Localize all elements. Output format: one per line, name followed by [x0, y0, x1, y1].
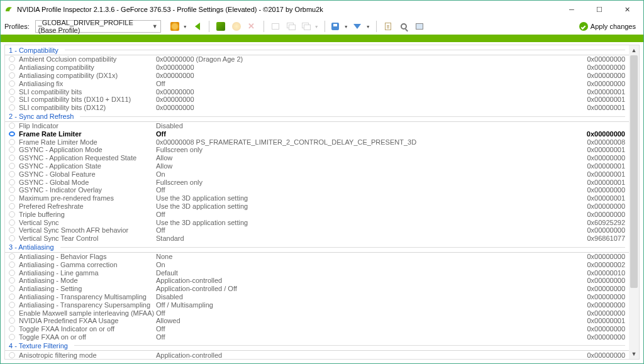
restore-default-button[interactable] — [230, 19, 243, 33]
setting-row[interactable]: Antialiasing - Behavior FlagsNone0x00000… — [5, 253, 629, 261]
setting-value: Off / Multisampling — [156, 301, 575, 309]
setting-hex: 0x00000001 — [575, 317, 625, 324]
scan-button[interactable] — [413, 19, 426, 33]
setting-row[interactable]: Vertical SyncUse the 3D application sett… — [5, 218, 629, 226]
window-close-button[interactable]: ✕ — [613, 1, 641, 18]
setting-row[interactable]: Antialiasing compatibility (DX1x)0x00000… — [5, 72, 629, 80]
vertical-scrollbar[interactable]: ▲ ▼ — [629, 45, 639, 359]
row-indicator-icon — [9, 285, 15, 292]
new-profile-button[interactable] — [269, 19, 282, 33]
setting-row[interactable]: Antialiasing fixOff0x00000000 — [5, 79, 629, 87]
setting-row[interactable]: Enable Maxwell sample interleaving (MFAA… — [5, 309, 629, 317]
setting-name: Enable Maxwell sample interleaving (MFAA… — [19, 309, 156, 317]
row-indicator-icon — [9, 155, 15, 161]
setting-row[interactable]: Toggle FXAA Indicator on or offOff0x0000… — [5, 325, 629, 333]
window-maximize-button[interactable]: ☐ — [586, 1, 613, 18]
setting-name: GSYNC - Application Requested State — [19, 154, 156, 162]
home-profile-button[interactable]: ▼ — [169, 19, 189, 33]
setting-value: Off — [156, 226, 575, 234]
apply-changes-button[interactable]: Apply changes — [575, 19, 640, 33]
setting-row[interactable]: Antialiasing compatibility0x000000000x00… — [5, 63, 629, 72]
scroll-up-button[interactable]: ▲ — [629, 45, 639, 55]
section-title: 3 - Antialiasing — [9, 243, 54, 251]
setting-name: Frame Rate Limiter Mode — [19, 138, 156, 146]
setting-row[interactable]: Ambient Occlusion compatibility0x0000000… — [5, 55, 629, 63]
setting-row[interactable]: Anisotropic filtering modeApplication-co… — [5, 351, 629, 359]
search-icon — [401, 23, 407, 30]
profiles-list-button[interactable] — [284, 19, 298, 33]
setting-value: Disabled — [156, 122, 575, 130]
setting-row[interactable]: SLI compatibility bits (DX12)0x000000000… — [5, 104, 629, 112]
setting-value: Fullscreen only — [156, 146, 575, 153]
setting-value: 0x00000000 — [156, 72, 575, 79]
row-indicator-icon — [9, 56, 15, 62]
setting-row[interactable]: GSYNC - Global ModeFullscreen only0x0000… — [5, 178, 629, 186]
setting-hex: 0x00000000 — [575, 285, 625, 292]
setting-row[interactable]: Frame Rate Limiter Mode0x00000008 PS_FRA… — [5, 138, 629, 146]
find-button[interactable] — [397, 19, 411, 33]
setting-hex: 0x00000000 — [575, 301, 625, 309]
setting-hex: 0x00000000 — [575, 293, 625, 301]
row-indicator-icon — [9, 96, 15, 102]
import-button[interactable]: ▼ — [352, 19, 372, 33]
log-button[interactable] — [381, 19, 395, 33]
setting-name: GSYNC - Global Mode — [19, 179, 156, 186]
setting-row[interactable]: GSYNC - Application ModeFullscreen only0… — [5, 146, 629, 154]
setting-row[interactable]: Frame Rate LimiterOff0x00000000 — [5, 130, 629, 138]
setting-row[interactable]: SLI compatibility bits0x000000000x000000… — [5, 87, 629, 96]
setting-row[interactable]: Antialiasing - ModeApplication-controlle… — [5, 277, 629, 285]
setting-row[interactable]: Antialiasing - Gamma correctionOn0x00000… — [5, 260, 629, 268]
setting-hex: 0x00000000 — [575, 277, 625, 284]
setting-row[interactable]: SLI compatibility bits (DX10 + DX11)0x00… — [5, 96, 629, 104]
window-minimize-button[interactable]: ─ — [558, 1, 586, 18]
setting-row[interactable]: Triple bufferingOff0x00000000 — [5, 210, 629, 218]
section-header[interactable]: 3 - Antialiasing — [5, 243, 629, 253]
setting-row[interactable]: Maximum pre-rendered framesUse the 3D ap… — [5, 194, 629, 202]
setting-row[interactable]: GSYNC - Application Requested StateAllow… — [5, 154, 629, 162]
export-button[interactable]: ▼ — [330, 19, 350, 33]
setting-row[interactable]: Antialiasing - Line gammaDefault0x000000… — [5, 268, 629, 277]
scroll-thumb[interactable] — [630, 55, 638, 288]
setting-value: Allow — [156, 162, 575, 170]
setting-row[interactable]: Vertical Sync Tear ControlStandard0x9686… — [5, 234, 629, 243]
setting-hex: 0x00000000 — [575, 351, 625, 359]
setting-value: Fullscreen only — [156, 179, 575, 186]
setting-hex: 0x00000000 — [575, 325, 625, 333]
setting-value: Application-controlled / Off — [156, 285, 575, 292]
section-header[interactable]: 2 - Sync and Refresh — [5, 112, 629, 122]
setting-row[interactable]: GSYNC - Indicator OverlayOff0x00000000 — [5, 186, 629, 194]
section-header[interactable]: 1 - Compatibility — [5, 45, 629, 55]
section-header[interactable]: 4 - Texture Filtering — [5, 341, 629, 351]
apply-label: Apply changes — [591, 23, 636, 30]
setting-hex: 0x00000001 — [575, 162, 625, 170]
setting-name: Triple buffering — [19, 211, 156, 218]
row-indicator-icon — [9, 139, 15, 145]
setting-hex: 0x00000000 — [575, 226, 625, 234]
setting-hex: 0x00000000 — [575, 72, 625, 79]
profile-selected-text: _GLOBAL_DRIVER_PROFILE (Base Profile) — [38, 19, 149, 34]
setting-row[interactable]: GSYNC - Application StateAllow0x00000001 — [5, 162, 629, 170]
setting-row[interactable]: Antialiasing - SettingApplication-contro… — [5, 285, 629, 293]
nvidia-restore-button[interactable] — [214, 19, 228, 33]
setting-name: GSYNC - Global Feature — [19, 170, 156, 178]
row-indicator-icon — [9, 302, 15, 308]
setting-row[interactable]: Antialiasing - Transparency Multisamplin… — [5, 293, 629, 301]
setting-value: Use the 3D application setting — [156, 219, 575, 226]
setting-value: 0x00000000 — [156, 88, 575, 96]
profile-select[interactable]: _GLOBAL_DRIVER_PROFILE (Base Profile) ▼ — [35, 20, 161, 33]
setting-row[interactable]: Prefered RefreshrateUse the 3D applicati… — [5, 202, 629, 211]
setting-row[interactable]: Vertical Sync Smooth AFR behaviorOff0x00… — [5, 226, 629, 234]
add-app-button[interactable]: ▼ — [300, 19, 320, 33]
setting-name: Prefered Refreshrate — [19, 202, 156, 210]
settings-grid: 1 - CompatibilityAmbient Occlusion compa… — [4, 45, 640, 360]
setting-row[interactable]: Toggle FXAA on or offOff0x00000000 — [5, 333, 629, 341]
chevron-down-icon: ▼ — [314, 25, 319, 29]
scroll-down-button[interactable]: ▼ — [629, 349, 639, 359]
setting-row[interactable]: GSYNC - Global FeatureOn0x00000001 — [5, 170, 629, 178]
delete-button[interactable]: ✕ — [245, 19, 259, 33]
setting-row[interactable]: Flip IndicatorDisabled — [5, 122, 629, 130]
setting-row[interactable]: Antialiasing - Transparency Supersamplin… — [5, 301, 629, 309]
back-button[interactable] — [191, 19, 204, 33]
setting-row[interactable]: NVIDIA Predefined FXAA UsageAllowed0x000… — [5, 317, 629, 325]
setting-value: Allowed — [156, 317, 575, 324]
